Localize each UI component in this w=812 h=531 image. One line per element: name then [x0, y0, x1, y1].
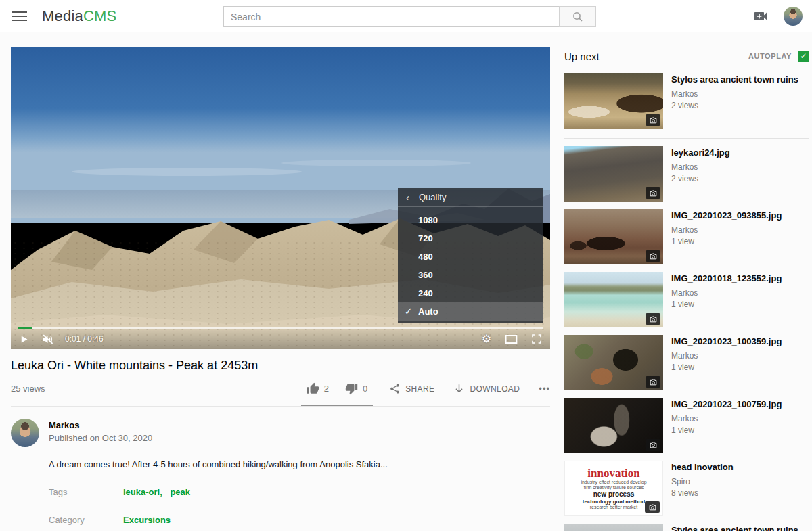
upload-media-icon[interactable] [752, 8, 769, 24]
download-label: DOWNLOAD [470, 384, 520, 394]
list-item[interactable]: innovation industry effect reduced devel… [564, 461, 809, 516]
category-label: Category [49, 515, 123, 525]
rating-underline [301, 405, 373, 406]
quality-option-1080[interactable]: 1080 [398, 211, 543, 229]
theater-mode-icon[interactable] [505, 334, 518, 344]
search-icon [572, 11, 584, 23]
wordcloud-line: new process [593, 490, 635, 499]
wordcloud-main-word: innovation [587, 467, 639, 480]
category-link[interactable]: Excursions [123, 515, 171, 525]
camera-icon [649, 378, 658, 386]
thumb-down-icon [345, 382, 358, 395]
quality-option-240[interactable]: 240 [398, 284, 543, 302]
video-player[interactable]: ‹ Quality 1080 720 480 360 240 ✓ Auto [11, 47, 550, 349]
author-avatar[interactable] [11, 419, 39, 447]
item-views: 2 views [671, 174, 730, 183]
wordcloud-line: industry effect reduced develop [581, 480, 646, 485]
quality-option-720[interactable]: 720 [398, 229, 543, 248]
video-thumbnail [564, 73, 663, 129]
chevron-left-icon: ‹ [406, 191, 409, 203]
video-thumbnail [564, 272, 663, 327]
settings-icon[interactable]: ⚙ [482, 333, 491, 344]
up-next-divider [564, 138, 809, 139]
dislike-count: 0 [363, 384, 367, 394]
share-icon [389, 383, 401, 394]
list-item[interactable]: IMG_20201023_100759.jpg Markos 1 view [564, 398, 809, 453]
item-title: Stylos area ancient town ruins [671, 524, 798, 531]
item-author: Markos [671, 351, 782, 361]
quality-option-480[interactable]: 480 [398, 248, 543, 266]
item-author: Markos [671, 414, 782, 423]
item-author: Markos [671, 225, 782, 235]
quality-menu: ‹ Quality 1080 720 480 360 240 ✓ Auto [398, 188, 543, 323]
item-title: IMG_20201023_100759.jpg [671, 398, 782, 410]
autoplay-checkbox[interactable]: ✓ [798, 51, 809, 62]
list-item[interactable]: Stylos area ancient town ruins [564, 524, 809, 531]
time-display: 0:01 / 0:46 [65, 334, 104, 344]
top-navigation-bar: MediaCMS [0, 0, 812, 32]
fullscreen-icon[interactable] [531, 333, 542, 344]
item-title: IMG_20201018_123552.jpg [671, 273, 782, 284]
download-button[interactable]: DOWNLOAD [453, 383, 520, 394]
download-icon [453, 383, 465, 394]
category-row: Category Excursions [49, 515, 550, 525]
quality-menu-title: Quality [419, 192, 446, 202]
published-date: Published on Oct 30, 2020 [49, 433, 152, 443]
item-views: 8 views [671, 488, 734, 498]
quality-option-auto[interactable]: ✓ Auto [398, 302, 543, 321]
volume-muted-icon[interactable] [41, 333, 54, 346]
list-item[interactable]: leykaori24.jpg Markos 2 views [564, 146, 809, 202]
rating-group: 2 0 [304, 382, 370, 395]
item-title: IMG_20201023_093855.jpg [671, 210, 782, 221]
menu-icon[interactable] [12, 9, 27, 24]
quality-option-360[interactable]: 360 [398, 266, 543, 284]
item-views: 1 view [671, 237, 782, 246]
list-item[interactable]: Stylos area ancient town ruins Markos 2 … [564, 73, 809, 129]
tag-link-leuka-ori[interactable]: leuka-ori, [123, 487, 162, 497]
camera-icon [649, 441, 658, 448]
more-options-button[interactable]: ••• [539, 384, 550, 394]
wordcloud-line: research better market [590, 505, 637, 510]
app-logo[interactable]: MediaCMS [42, 7, 116, 25]
video-thumbnail-wordcloud: innovation industry effect reduced devel… [564, 461, 663, 516]
share-button[interactable]: SHARE [389, 383, 434, 394]
item-title: leykaori24.jpg [671, 147, 730, 158]
thumb-up-icon [307, 382, 319, 395]
list-item[interactable]: IMG_20201023_100359.jpg Markos 1 view [564, 335, 809, 390]
wordcloud-line: firm creativity failure sources [584, 485, 644, 490]
quality-menu-back[interactable]: ‹ Quality [398, 188, 543, 207]
tags-label: Tags [49, 487, 123, 497]
item-views: 1 view [671, 363, 782, 372]
up-next-title: Up next [564, 51, 600, 62]
logo-text-primary: Media [42, 7, 83, 24]
view-count: 25 views [11, 384, 45, 394]
camera-icon [649, 189, 658, 197]
tags-row: Tags leuka-ori, peak [49, 487, 550, 497]
item-author: Markos [671, 89, 798, 99]
item-author: Spiro [671, 477, 734, 486]
like-button[interactable]: 2 [307, 382, 329, 395]
list-item[interactable]: IMG_20201018_123552.jpg Markos 1 view [564, 272, 809, 327]
play-button[interactable] [19, 334, 29, 344]
player-control-bar: 0:01 / 0:46 ⚙ [11, 327, 550, 349]
autoplay-label: AUTOPLAY [748, 52, 792, 60]
user-avatar[interactable] [784, 7, 803, 26]
like-count: 2 [324, 384, 329, 394]
check-icon: ✓ [405, 302, 412, 321]
video-thumbnail [564, 209, 663, 264]
video-thumbnail [564, 524, 663, 531]
dislike-button[interactable]: 0 [345, 382, 367, 395]
author-name[interactable]: Markos [49, 420, 152, 430]
item-author: Markos [671, 162, 730, 172]
item-views: 1 view [671, 300, 782, 309]
item-title: IMG_20201023_100359.jpg [671, 336, 782, 347]
video-description: A dream comes true! After 4-5 hours of c… [49, 459, 550, 469]
logo-text-accent: CMS [83, 7, 117, 24]
tag-link-peak[interactable]: peak [170, 487, 190, 497]
share-label: SHARE [405, 384, 434, 394]
camera-icon [649, 252, 658, 260]
search-input[interactable] [223, 6, 559, 27]
up-next-sidebar: Up next AUTOPLAY ✓ Stylos area ancient t… [564, 47, 809, 531]
list-item[interactable]: IMG_20201023_093855.jpg Markos 1 view [564, 209, 809, 264]
search-button[interactable] [559, 6, 596, 27]
